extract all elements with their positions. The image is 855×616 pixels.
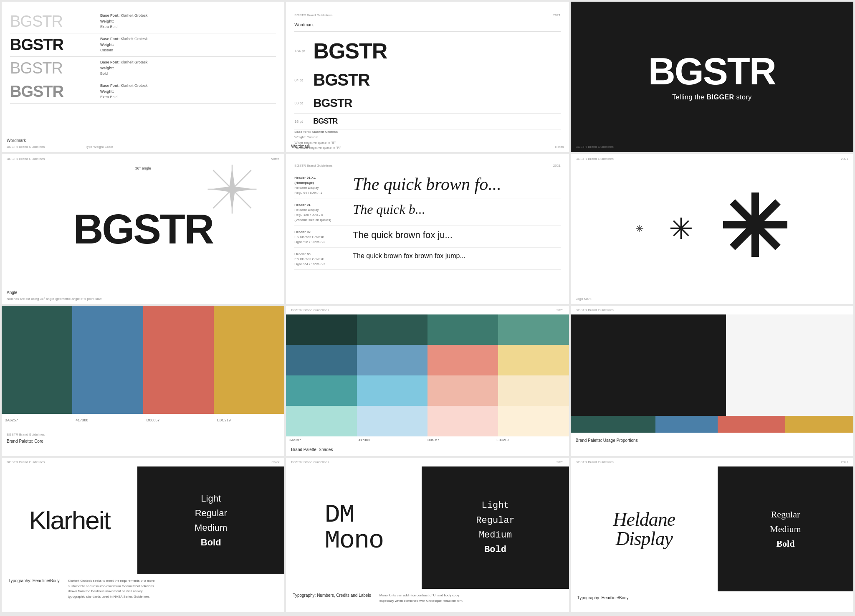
hex-blue: 417388: [72, 416, 143, 424]
wordmark-text-1: BGSTR: [10, 13, 94, 30]
shade-coral-2: [428, 345, 498, 375]
typo-sample-1: The quick brown fo...: [353, 175, 560, 193]
logomark-content: ✳ ✳ ✳: [571, 154, 853, 304]
notes-label-r2c1: Notes: [271, 157, 279, 161]
weight-regular: Regular: [195, 506, 227, 520]
angle-label-main: Angle: [7, 290, 18, 295]
shade-coral-3: [428, 375, 498, 406]
size-label-3: 33 pt: [294, 101, 313, 105]
section-notes-label: Notes: [555, 145, 564, 149]
brand-label-r4c3: BGSTR Brand Guidelines: [576, 460, 614, 464]
wordmark-row-1: BGSTR Base Font: Klarheit Grotesk Weight…: [10, 10, 276, 33]
size-label-2: 84 pt: [294, 78, 313, 82]
asterisk-medium: ✳: [669, 214, 693, 243]
dmmono-bottom-label: Typography: Numbers, Credits and Labels: [293, 593, 371, 598]
klarheit-top: Klarheit Light Regular Medium Bold: [2, 466, 284, 574]
heldane-left: Heldane Display: [571, 466, 718, 591]
dmmono-desc: Mono fonts can add nice contrast of UI a…: [379, 593, 471, 604]
usage-label-area: Brand Palette: Usage Proportions: [571, 433, 853, 456]
wordmark-info-3: Base Font: Klarheit Grotesk Weight:Bold: [94, 60, 148, 77]
wordmark-sizes-cell: BGSTR Brand Guidelines 2021 Wordmark 134…: [286, 2, 569, 152]
year-r4c2: 2021: [557, 460, 564, 464]
wordmark-text-4: BGSTR: [10, 83, 94, 101]
shades-grid-2: [286, 375, 569, 436]
dmmono-weight-list: Light Regular Medium Bold: [476, 498, 514, 557]
typo-row-4: Header 03 ES Klarheit GroteskLight / 64 …: [294, 249, 560, 270]
klarheit-content: BGSTR Brand Guidelines Color Klarheit Li…: [2, 458, 284, 612]
shade-gold-1: [498, 314, 569, 345]
usage-light-area: [726, 314, 853, 416]
year-r3c2: 2021: [557, 308, 564, 312]
angle-content: 36° angle BGSTR: [2, 154, 284, 304]
klarheit-font-name: Klarheit: [29, 505, 110, 535]
usage-top: [571, 314, 853, 416]
wordmark-info-1: Base Font: Klarheit Grotesk Weight:Extra…: [94, 13, 148, 30]
section-label-r1c1: Type Weight Scale: [85, 145, 113, 149]
heldane-weight-medium: Medium: [770, 522, 801, 536]
brand-label-r2c1: BGSTR Brand Guidelines: [7, 157, 45, 161]
dmmono-top: DMMono Light Regular Medium Bold: [286, 466, 569, 589]
shade-teal-4: [286, 406, 357, 436]
shade-hex-2: 417388: [359, 438, 428, 442]
typo-content: BGSTR Brand Guidelines 2021 Header 01 XL…: [286, 154, 569, 304]
heldane-content: BGSTR Brand Guidelines 2021 Heldane Disp…: [571, 458, 853, 612]
typo-row-2: Header 01 Heldane DisplayReg / 120 / 90%…: [294, 200, 560, 226]
dm-weight-light: Light: [476, 498, 514, 513]
wordmark-scale-content: BGSTR Base Font: Klarheit Grotesk Weight…: [2, 2, 284, 152]
shade-gold-3: [498, 375, 569, 406]
year-r2c2: 2021: [553, 164, 561, 167]
dm-weight-medium: Medium: [476, 528, 514, 542]
brand-label-r3c1: BGSTR Brand Guidelines: [7, 433, 45, 436]
size-text-1: BGSTR: [313, 38, 387, 63]
heldane-right: Regular Medium Bold: [718, 466, 853, 591]
shade-gold-4: [498, 406, 569, 436]
swatch-teal: [2, 306, 72, 414]
brand-label-r1c3: BGSTR Brand Guidelines: [576, 145, 614, 149]
swatch-blue: [72, 306, 143, 414]
shades-hex-row: 3A6257 417388 D06857 E8C219: [286, 436, 569, 444]
shade-hex-3: D06857: [428, 438, 496, 442]
swatch-hex-row: 3A6257 417388 D06857 E8C219: [2, 414, 284, 426]
typo-sample-4: The quick brown fox brown fox jump...: [353, 252, 560, 261]
wordmark-row-3: BGSTR Base Font: Klarheit Grotesk Weight…: [10, 57, 276, 80]
wordmark-label-bottom: Wordmark: [291, 144, 310, 149]
dmmono-left: DMMono: [286, 466, 422, 589]
asterisk-large: ✳: [718, 187, 789, 271]
palette-shades-label: Brand Palette: Shades: [286, 444, 569, 456]
size-row-4: 16 pt BGSTR: [294, 114, 560, 129]
heldane-bottom: Typography: Headline/Body ···: [571, 591, 853, 612]
klarheit-bottom-label: Typography: Headline/Body: [8, 578, 60, 583]
shade-teal-2: [286, 345, 357, 375]
klarheit-weight-list: Light Regular Medium Bold: [195, 491, 227, 550]
dark-bgstr-cell: BGSTR Telling the BIGGER story BGSTR Bra…: [571, 2, 853, 152]
klarheit-bottom-info: Typography: Headline/Body: [8, 578, 60, 600]
shade-blue-2: [357, 345, 428, 375]
shade-gold-2: [498, 345, 569, 375]
wordmark-bottom-label: Wordmark: [7, 138, 26, 143]
size-label-4: 16 pt: [294, 119, 313, 124]
usage-bar-blue: [655, 416, 718, 433]
palette-core-cell: 3A6257 417388 D06857 E8C219 BGSTR Brand …: [2, 306, 284, 456]
wordmark-info-4: Base Font: Klarheit Grotesk Weight:Extra…: [94, 83, 148, 100]
wordmark-text-2: BGSTR: [10, 36, 94, 54]
dm-weight-regular: Regular: [476, 513, 514, 528]
heldane-ellipsis: ···: [844, 600, 847, 604]
typo-row-3: Header 02 ES Klarheit GroteskLight / 96 …: [294, 227, 560, 248]
typo-sample-3: The quick brown fox ju...: [353, 230, 560, 241]
heldane-weight-list: Regular Medium Bold: [770, 507, 801, 551]
swatch-gold: [214, 306, 284, 414]
dark-bgstr-subtitle: Telling the BIGGER story: [672, 94, 752, 101]
typo-meta-3: Header 02 ES Klarheit GroteskLight / 96 …: [294, 230, 353, 245]
hex-teal: 3A6257: [2, 416, 72, 424]
heldane-top: Heldane Display Regular Medium Bold: [571, 466, 853, 591]
shades-grid: [286, 314, 569, 375]
brand-label-r4c1: BGSTR Brand Guidelines: [7, 460, 45, 464]
typo-meta-2: Header 01 Heldane DisplayReg / 120 / 90%…: [294, 203, 353, 223]
brand-label-r2c3: BGSTR Brand Guidelines: [576, 157, 614, 161]
palette-core-content: 3A6257 417388 D06857 E8C219 BGSTR Brand …: [2, 306, 284, 456]
palette-label-area: BGSTR Brand Guidelines Brand Palette: Co…: [2, 426, 284, 456]
klarheit-desc: Klarheit Grotesk seeks to meet the requi…: [68, 578, 160, 600]
main-grid: BGSTR Base Font: Klarheit Grotesk Weight…: [0, 0, 855, 614]
usage-bar-colors: [571, 416, 853, 433]
usage-section-label: Brand Palette: Usage Proportions: [576, 438, 638, 443]
